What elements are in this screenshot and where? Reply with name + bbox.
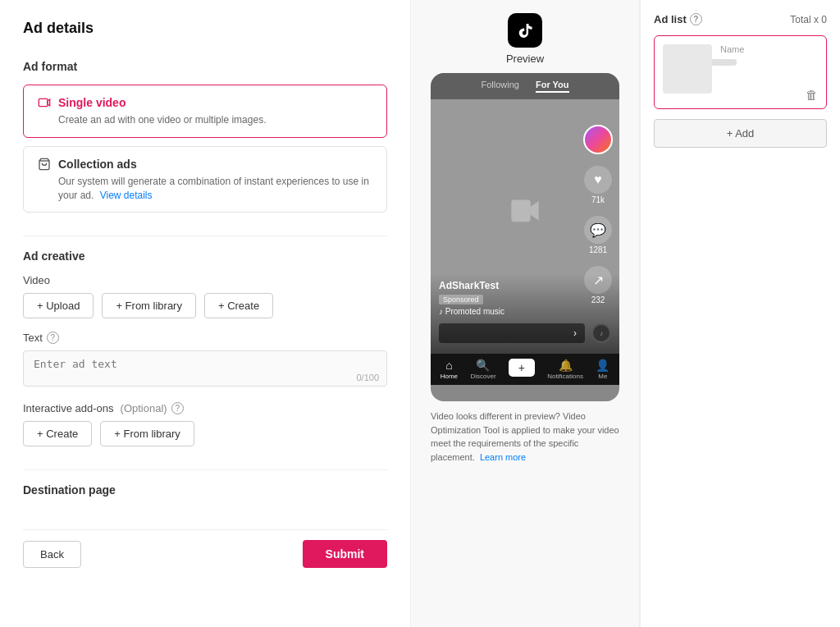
svg-rect-2: [511, 199, 530, 222]
phone-body: ♥ 71k 💬 1281 ↗ 232 AdSharkTest Spons: [431, 99, 619, 354]
phone-following-tab: Following: [481, 80, 518, 93]
interactive-addons-section: Interactive add-ons (Optional) ? + Creat…: [23, 402, 387, 446]
back-button[interactable]: Back: [23, 541, 81, 568]
video-btn-group: + Upload + From library + Create: [23, 293, 387, 318]
phone-header: Following For You: [431, 73, 619, 99]
left-panel: Ad details Ad format Single video Create…: [0, 0, 410, 627]
ad-creative-section: Ad creative Video + Upload + From librar…: [23, 249, 387, 446]
share-count: 232: [591, 295, 605, 304]
format-option-single-video[interactable]: Single video Create an ad with one video…: [23, 85, 387, 138]
text-input-wrapper: 0/100: [23, 350, 387, 389]
nav-discover: 🔍 Discover: [470, 359, 495, 380]
text-help-icon[interactable]: ?: [47, 332, 59, 344]
ad-card-thumbnail: [663, 44, 712, 94]
sponsored-badge: Sponsored: [439, 295, 483, 304]
format-single-video-label: Single video: [58, 96, 126, 109]
share-icon: ↗: [584, 266, 612, 294]
profile-icon: 👤: [596, 359, 609, 372]
phone-mockup: Following For You: [431, 73, 619, 401]
home-icon: ⌂: [445, 359, 452, 372]
side-actions: ♥ 71k 💬 1281 ↗ 232: [583, 125, 613, 304]
like-icon: ♥: [584, 166, 612, 194]
video-field-label: Video: [23, 274, 387, 286]
ad-list-help-icon[interactable]: ?: [690, 13, 702, 25]
nav-notifications: 🔔 Notifications: [547, 359, 583, 380]
create-video-button[interactable]: + Create: [204, 293, 273, 318]
cta-bar: ›: [439, 323, 585, 343]
destination-page-label: Destination page: [23, 483, 387, 497]
center-panel: Preview Following For You: [410, 0, 640, 627]
right-panel: Ad list ? Total x 0 Name 🗑 + Add: [640, 0, 840, 627]
preview-label: Preview: [506, 53, 544, 65]
destination-page-section: Destination page: [23, 483, 387, 497]
video-icon: [37, 95, 52, 110]
char-count: 0/100: [356, 373, 379, 382]
interactive-addons-label: Interactive add-ons (Optional) ?: [23, 402, 387, 414]
share-action: ↗ 232: [584, 266, 612, 304]
format-collection-ads-label: Collection ads: [58, 158, 137, 171]
upload-button[interactable]: + Upload: [23, 293, 94, 318]
submit-button[interactable]: Submit: [303, 540, 387, 568]
format-option-collection-ads[interactable]: Collection ads Our system will generate …: [23, 146, 387, 213]
add-ad-button[interactable]: + Add: [654, 119, 827, 148]
video-subsection: Video + Upload + From library + Create: [23, 274, 387, 318]
notifications-icon: 🔔: [559, 359, 573, 372]
learn-more-link[interactable]: Learn more: [480, 452, 526, 462]
nav-me: 👤 Me: [596, 359, 609, 380]
divider-1: [23, 236, 387, 236]
ad-format-section: Ad format Single video Create an ad with…: [23, 60, 387, 213]
cta-chevron-icon: ›: [573, 327, 577, 339]
preview-note: Video looks different in preview? Video …: [431, 410, 619, 464]
ad-list-title: Ad list ?: [654, 13, 702, 25]
comment-count: 1281: [589, 245, 607, 254]
comment-action: 💬 1281: [584, 216, 612, 254]
text-subsection: Text ? 0/100: [23, 332, 387, 389]
from-library-video-button[interactable]: + From library: [102, 293, 196, 318]
ad-creative-label: Ad creative: [23, 249, 387, 263]
video-placeholder-icon: [509, 195, 541, 235]
music-text: ♪ Promoted music: [439, 307, 504, 316]
discover-icon: 🔍: [476, 359, 490, 372]
optional-tag: (Optional): [121, 402, 167, 414]
ad-format-label: Ad format: [23, 60, 387, 73]
interactive-btn-group: + Create + From library: [23, 421, 387, 446]
format-collection-ads-desc: Our system will generate a combination o…: [37, 175, 373, 203]
ad-list-header: Ad list ? Total x 0: [654, 13, 827, 25]
ad-card: Name 🗑: [654, 35, 827, 109]
divider-2: [23, 469, 387, 470]
interactive-help-icon[interactable]: ?: [171, 402, 184, 414]
view-details-link[interactable]: View details: [100, 190, 153, 201]
create-interactive-button[interactable]: + Create: [23, 421, 92, 446]
page-title: Ad details: [23, 20, 387, 37]
from-library-interactive-button[interactable]: + From library: [100, 421, 194, 446]
text-field-label: Text ?: [23, 332, 387, 344]
format-single-video-desc: Create an ad with one video or multiple …: [37, 113, 373, 127]
tiktok-logo: [508, 13, 542, 48]
nav-home: ⌂ Home: [441, 359, 458, 380]
delete-ad-icon[interactable]: 🗑: [806, 88, 818, 102]
phone-for-you-tab: For You: [536, 80, 569, 93]
comment-icon: 💬: [584, 216, 612, 244]
cart-icon: [37, 157, 52, 172]
like-count: 71k: [591, 195, 605, 204]
avatar-action: [583, 125, 613, 154]
avatar: [583, 125, 613, 154]
nav-add: +: [509, 359, 535, 380]
add-icon: +: [509, 359, 535, 377]
like-action: ♥ 71k: [584, 166, 612, 204]
phone-nav: ⌂ Home 🔍 Discover + 🔔 Notifications 👤 Me: [431, 354, 619, 385]
music-row: ♪ Promoted music: [439, 307, 611, 316]
total-badge: Total x 0: [790, 14, 827, 25]
svg-rect-0: [39, 98, 48, 106]
ad-text-input[interactable]: [23, 350, 387, 387]
music-disc-icon: ♪: [591, 323, 611, 343]
